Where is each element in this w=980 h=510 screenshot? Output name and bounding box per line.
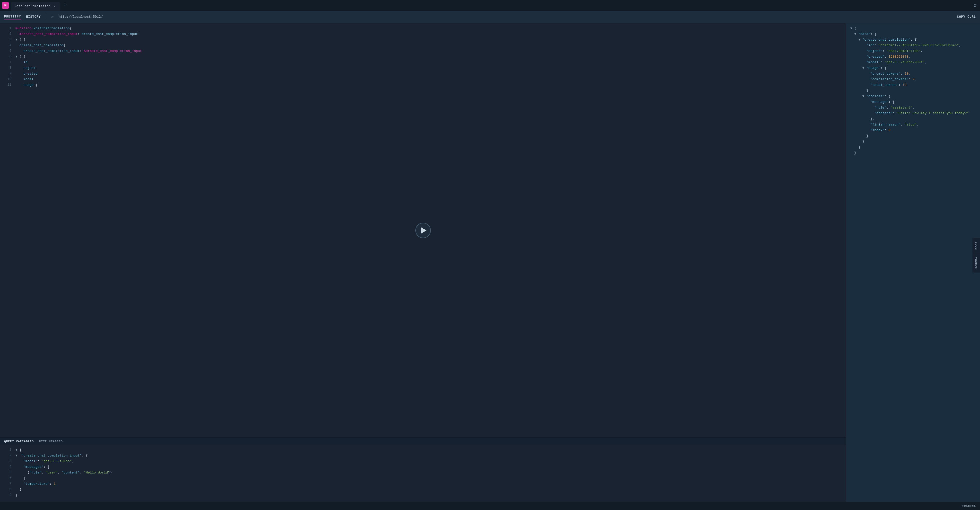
code-line: 11 usage {	[0, 83, 846, 89]
toolbar-separator	[46, 14, 46, 20]
code-line: 7 id	[0, 60, 846, 66]
url-display[interactable]: http://localhost:5012/	[59, 15, 103, 19]
response-line: "prompt_tokens": 10,	[846, 71, 980, 77]
code-line: 1 mutation PostChatCompletion(	[0, 26, 846, 32]
tab-label: PostChatCompletion	[14, 4, 51, 8]
side-tabs: DOCS SCHEMA	[972, 238, 980, 272]
tab-post-chat-completion[interactable]: PostChatCompletion ✕	[11, 2, 60, 11]
response-line: "id": "chatcmpl-73ArGOI4b6Zu09d5CLhv33wC…	[846, 43, 980, 49]
code-line: 4 create_chat_completion(	[0, 43, 846, 49]
response-line: "index": 0	[846, 128, 980, 134]
run-button[interactable]	[415, 223, 431, 238]
code-line: 2 $create_chat_completion_input: create_…	[0, 32, 846, 38]
toolbar: PRETTIFY HISTORY ↺ http://localhost:5012…	[0, 11, 980, 23]
http-headers-tab[interactable]: HTTP HEADERS	[39, 440, 63, 443]
var-line: 6 ],	[0, 476, 846, 482]
code-line: 10 model	[0, 77, 846, 83]
response-line: "total_tokens": 19	[846, 83, 980, 89]
panel-separator: QUERY VARIABLES HTTP HEADERS	[0, 437, 846, 445]
copy-curl-button[interactable]: COPY CURL	[957, 15, 976, 19]
tracing-bar: TRACING	[0, 502, 980, 510]
response-line: "model": "gpt-3.5-turbo-0301",	[846, 60, 980, 66]
var-line: 5 {"role": "user", "content": "Hello Wor…	[0, 470, 846, 476]
response-line: }	[846, 134, 980, 140]
response-line: }	[846, 145, 980, 151]
var-line: 2 ▼ "create_chat_completion_input": {	[0, 453, 846, 459]
response-line: "content": "Hello! How may I assist you …	[846, 111, 980, 117]
query-variables-tab[interactable]: QUERY VARIABLES	[4, 440, 34, 443]
refresh-icon[interactable]: ↺	[51, 15, 53, 19]
response-line: },	[846, 89, 980, 94]
query-editor[interactable]: 1 mutation PostChatCompletion( 2 $create…	[0, 23, 846, 437]
response-line: }	[846, 151, 980, 156]
tab-close-button[interactable]: ✕	[52, 4, 57, 8]
var-line: 7 "temperature": 1	[0, 482, 846, 487]
var-line: 3 "model": "gpt-3.5-turbo",	[0, 459, 846, 465]
response-line: "message": {	[846, 100, 980, 105]
schema-tab[interactable]: SCHEMA	[973, 253, 980, 272]
code-line: 8 object	[0, 66, 846, 71]
var-line: 1 ▼ {	[0, 448, 846, 453]
var-line: 9 }	[0, 493, 846, 499]
tab-bar: M PostChatCompletion ✕ + ⚙	[0, 0, 980, 11]
docs-tab[interactable]: DOCS	[973, 238, 980, 253]
response-line: "created": 1680991078,	[846, 54, 980, 60]
response-line: ▼ "create_chat_completion": {	[846, 38, 980, 43]
prettify-button[interactable]: PRETTIFY	[4, 14, 21, 20]
var-line: 8 }	[0, 487, 846, 493]
code-line: 9 created	[0, 71, 846, 77]
response-line: "object": "chat.completion",	[846, 49, 980, 54]
tracing-label: TRACING	[962, 505, 976, 508]
response-line: ▼ {	[846, 26, 980, 32]
response-line: ▼ "data": {	[846, 32, 980, 38]
app-logo: M	[2, 2, 9, 9]
left-panel: 1 mutation PostChatCompletion( 2 $create…	[0, 23, 846, 502]
settings-icon[interactable]: ⚙	[974, 3, 977, 8]
response-panel[interactable]: ▼ { ▼ "data": { ▼ "create_chat_completio…	[846, 23, 980, 502]
tab-add-button[interactable]: +	[61, 2, 68, 9]
code-line: 5 create_chat_completion_input: $create_…	[0, 49, 846, 54]
main-content: 1 mutation PostChatCompletion( 2 $create…	[0, 23, 980, 502]
var-line: 4 "messages": [	[0, 465, 846, 470]
response-line: }	[846, 140, 980, 145]
variables-editor[interactable]: 1 ▼ { 2 ▼ "create_chat_completion_input"…	[0, 445, 846, 502]
response-line: ▼ "usage": {	[846, 66, 980, 71]
code-line: 6 ▼ ) {	[0, 54, 846, 60]
response-line: "finish_reason": "stop",	[846, 122, 980, 128]
response-line: "role": "assistant",	[846, 105, 980, 111]
history-button[interactable]: HISTORY	[26, 14, 41, 20]
response-line: ▼ "choices": {	[846, 94, 980, 100]
response-line: "completion_tokens": 9,	[846, 77, 980, 83]
code-line: 3 ▼ ) {	[0, 38, 846, 43]
response-line: },	[846, 117, 980, 122]
